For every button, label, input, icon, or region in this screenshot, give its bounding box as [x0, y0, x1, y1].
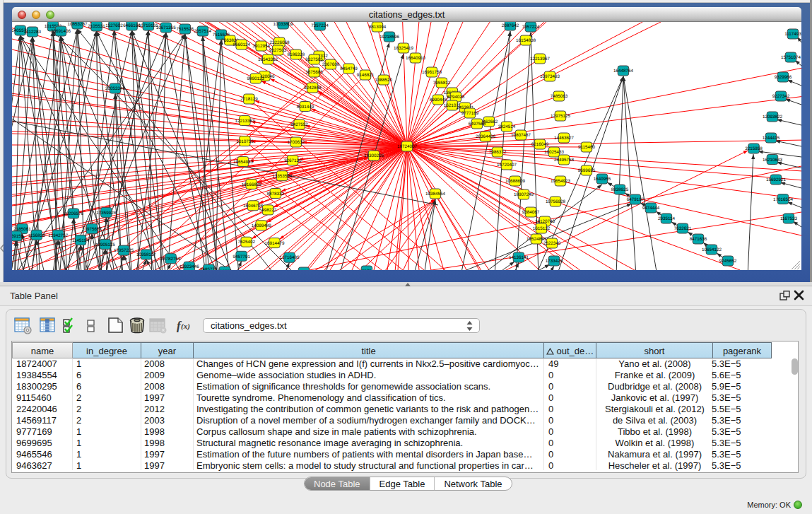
svg-text:2105531: 2105531 — [88, 24, 105, 29]
svg-text:14463627: 14463627 — [554, 136, 575, 141]
svg-text:16914479: 16914479 — [264, 241, 285, 246]
svg-text:15720407: 15720407 — [497, 163, 517, 168]
svg-text:10958117: 10958117 — [136, 252, 156, 257]
svg-text:1615132: 1615132 — [533, 226, 551, 231]
svg-text:1167533: 1167533 — [780, 216, 798, 221]
svg-text:12213363: 12213363 — [235, 119, 255, 124]
svg-text:3912954: 3912954 — [252, 44, 270, 49]
svg-text:10654122: 10654122 — [702, 247, 722, 252]
svg-text:1640955: 1640955 — [594, 177, 611, 182]
svg-text:1527602: 1527602 — [105, 23, 123, 28]
svg-text:2057514: 2057514 — [194, 29, 212, 34]
svg-text:9384067: 9384067 — [522, 210, 540, 215]
svg-text:3675685: 3675685 — [305, 70, 323, 75]
svg-text:7625402: 7625402 — [237, 240, 255, 245]
svg-text:16782759: 16782759 — [161, 257, 182, 262]
svg-text:6497568: 6497568 — [469, 122, 486, 127]
svg-text:10853287: 10853287 — [67, 22, 88, 27]
svg-text:20206576: 20206576 — [64, 211, 84, 216]
svg-text:17359928: 17359928 — [96, 211, 117, 216]
svg-text:9329966: 9329966 — [775, 75, 792, 80]
svg-text:9485779: 9485779 — [200, 267, 218, 270]
svg-text:16640910: 16640910 — [406, 56, 426, 61]
svg-text:(x): (x) — [181, 322, 190, 331]
svg-text:1010755: 1010755 — [236, 139, 254, 144]
svg-text:7986372: 7986372 — [489, 150, 507, 155]
svg-text:12093822: 12093822 — [763, 115, 783, 119]
svg-text:19218596: 19218596 — [379, 35, 400, 40]
svg-text:8990448: 8990448 — [430, 98, 447, 103]
svg-text:10973493: 10973493 — [540, 74, 560, 79]
svg-text:5498222: 5498222 — [259, 208, 277, 213]
svg-text:9245652: 9245652 — [719, 259, 737, 264]
svg-text:20053346: 20053346 — [105, 86, 126, 91]
svg-text:6216049: 6216049 — [531, 142, 549, 147]
svg-text:17957225: 17957225 — [114, 248, 134, 253]
svg-text:7357224: 7357224 — [311, 23, 329, 28]
svg-text:19654933: 19654933 — [233, 160, 254, 165]
svg-text:16961758: 16961758 — [422, 70, 442, 75]
svg-text:2112283: 2112283 — [24, 30, 42, 35]
svg-text:17016504: 17016504 — [773, 197, 794, 202]
svg-text:16154838: 16154838 — [516, 38, 536, 43]
svg-text:9146821: 9146821 — [357, 73, 375, 78]
svg-text:1117493: 1117493 — [784, 32, 801, 37]
svg-text:10025433: 10025433 — [544, 150, 565, 155]
svg-text:12923446: 12923446 — [180, 264, 200, 269]
svg-text:8427552: 8427552 — [290, 122, 308, 127]
svg-text:10033809: 10033809 — [273, 22, 294, 27]
svg-text:9699695: 9699695 — [578, 168, 596, 173]
svg-text:9227342: 9227342 — [772, 94, 790, 99]
svg-text:239159: 239159 — [12, 234, 24, 239]
svg-text:18325419: 18325419 — [394, 46, 414, 51]
svg-text:3215958: 3215958 — [745, 146, 763, 151]
svg-text:18300295: 18300295 — [364, 153, 384, 158]
svg-text:7485063: 7485063 — [551, 94, 568, 99]
svg-text:10807487: 10807487 — [511, 133, 531, 138]
svg-text:16210643: 16210643 — [763, 158, 783, 163]
svg-text:16543362: 16543362 — [258, 57, 278, 62]
svg-text:7515526: 7515526 — [177, 27, 194, 32]
svg-text:1700632: 1700632 — [288, 140, 305, 145]
svg-text:7632621: 7632621 — [674, 226, 692, 231]
svg-text:1156829: 1156829 — [28, 233, 46, 238]
svg-text:18907249: 18907249 — [514, 192, 534, 197]
svg-text:12905115: 12905115 — [95, 243, 115, 247]
svg-text:12213967: 12213967 — [530, 57, 551, 62]
svg-text:8031449: 8031449 — [297, 105, 314, 110]
svg-text:7357224: 7357224 — [522, 25, 540, 30]
svg-text:9474444: 9474444 — [642, 206, 660, 211]
svg-text:23226058: 23226058 — [269, 40, 290, 45]
svg-text:185779: 185779 — [217, 269, 233, 270]
svg-text:13716485: 13716485 — [279, 255, 300, 260]
svg-text:2935114: 2935114 — [658, 216, 676, 221]
svg-text:1244415: 1244415 — [763, 136, 780, 141]
svg-text:9457791: 9457791 — [233, 255, 250, 259]
svg-text:2367608: 2367608 — [322, 62, 340, 67]
svg-text:19756928: 19756928 — [546, 199, 566, 204]
svg-text:8938925: 8938925 — [611, 187, 629, 192]
svg-text:1131: 1131 — [362, 269, 372, 270]
svg-text:14099489: 14099489 — [252, 223, 272, 228]
svg-text:15751074: 15751074 — [781, 55, 801, 60]
svg-text:8813094: 8813094 — [369, 25, 387, 30]
svg-text:9777169: 9777169 — [461, 111, 479, 116]
svg-text:3267130: 3267130 — [284, 158, 302, 163]
svg-text:10975667: 10975667 — [82, 227, 102, 232]
svg-text:1733426: 1733426 — [546, 259, 563, 264]
svg-text:18724007: 18724007 — [397, 144, 418, 149]
svg-text:8878332: 8878332 — [267, 192, 285, 197]
svg-text:2718129: 2718129 — [240, 97, 258, 102]
svg-text:9327505: 9327505 — [305, 57, 323, 62]
svg-text:14136141: 14136141 — [509, 255, 529, 260]
svg-text:6794028: 6794028 — [447, 95, 465, 100]
svg-text:9327503: 9327503 — [269, 48, 287, 53]
svg-text:12942757: 12942757 — [48, 233, 69, 238]
svg-text:1388520: 1388520 — [375, 78, 392, 83]
svg-text:8186328: 8186328 — [288, 52, 305, 57]
svg-text:6479197: 6479197 — [627, 197, 645, 202]
svg-text:2522340: 2522340 — [543, 241, 561, 246]
svg-text:8454749: 8454749 — [340, 66, 358, 71]
svg-text:9660124: 9660124 — [233, 42, 250, 47]
svg-text:1145194: 1145194 — [72, 238, 90, 243]
